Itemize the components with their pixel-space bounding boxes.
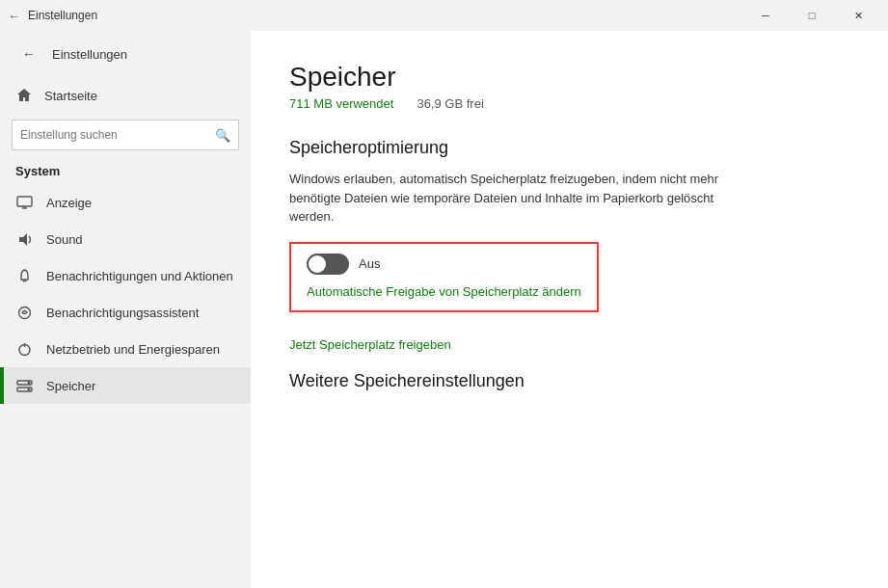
power-icon bbox=[15, 340, 33, 358]
minimize-button[interactable]: ─ bbox=[743, 0, 788, 31]
home-label: Startseite bbox=[44, 89, 97, 103]
benachrichtigungen-label: Benachrichtigungen und Aktionen bbox=[46, 269, 233, 283]
svg-point-10 bbox=[28, 382, 30, 384]
sidebar-item-benachrichtigungen[interactable]: Benachrichtigungen und Aktionen bbox=[0, 257, 251, 294]
titlebar-left: ← Einstellungen bbox=[8, 9, 97, 23]
free-label: 36,9 GB frei bbox=[417, 96, 483, 111]
toggle-row: Aus bbox=[307, 254, 581, 275]
maximize-button[interactable]: □ bbox=[790, 0, 834, 31]
titlebar-back-icon: ← bbox=[8, 9, 20, 23]
sidebar-item-anzeige[interactable]: Anzeige bbox=[0, 184, 251, 221]
speicher-label: Speicher bbox=[46, 379, 95, 393]
close-button[interactable]: ✕ bbox=[836, 0, 880, 31]
storage-stats: 711 MB verwendet 36,9 GB frei bbox=[289, 96, 849, 111]
svg-rect-0 bbox=[17, 197, 32, 206]
titlebar-title: Einstellungen bbox=[28, 9, 97, 22]
change-settings-link[interactable]: Automatische Freigabe von Speicherplatz … bbox=[307, 284, 581, 299]
home-icon bbox=[15, 87, 33, 104]
used-label: 711 MB verwendet bbox=[289, 96, 393, 111]
toggle-state-label: Aus bbox=[359, 256, 380, 271]
sidebar: ← Einstellungen Startseite 🔍 System bbox=[0, 31, 251, 588]
netzbetrieb-label: Netzbetrieb und Energiesparen bbox=[46, 342, 220, 357]
svg-point-5 bbox=[18, 307, 30, 318]
search-input[interactable] bbox=[20, 128, 215, 142]
search-icon: 🔍 bbox=[215, 128, 230, 143]
sound-label: Sound bbox=[46, 232, 83, 247]
storage-icon bbox=[15, 377, 33, 394]
storage-sense-toggle[interactable] bbox=[307, 254, 349, 275]
back-arrow-icon: ← bbox=[22, 46, 36, 62]
section-label-system: System bbox=[0, 160, 251, 184]
page-title: Speicher bbox=[289, 62, 849, 93]
sidebar-app-title: Einstellungen bbox=[52, 47, 127, 62]
toggle-section: Aus Automatische Freigabe von Speicherpl… bbox=[289, 242, 599, 312]
display-icon bbox=[15, 194, 33, 211]
main-content: Speicher 711 MB verwendet 36,9 GB frei S… bbox=[251, 31, 888, 588]
svg-point-11 bbox=[28, 388, 30, 390]
notifications-icon bbox=[15, 267, 33, 284]
sidebar-item-benachrichtigungsassistent[interactable]: Benachrichtigungsassistent bbox=[0, 294, 251, 331]
free-space-now-link[interactable]: Jetzt Speicherplatz freigeben bbox=[289, 337, 849, 352]
sidebar-item-speicher[interactable]: Speicher bbox=[0, 367, 251, 404]
benachrichtigungsassistent-label: Benachrichtigungsassistent bbox=[46, 306, 199, 320]
anzeige-label: Anzeige bbox=[46, 196, 92, 210]
sidebar-item-netzbetrieb[interactable]: Netzbetrieb und Energiesparen bbox=[0, 331, 251, 367]
sidebar-item-sound[interactable]: Sound bbox=[0, 221, 251, 257]
description-text: Windows erlauben, automatisch Speicherpl… bbox=[289, 170, 752, 227]
svg-marker-3 bbox=[19, 233, 27, 246]
back-button[interactable]: ← bbox=[15, 40, 42, 67]
sidebar-item-home[interactable]: Startseite bbox=[0, 77, 251, 114]
sound-icon bbox=[15, 230, 33, 248]
search-box[interactable]: 🔍 bbox=[12, 120, 239, 150]
section-title-1: Speicheroptimierung bbox=[289, 138, 849, 158]
titlebar-controls: ─ □ ✕ bbox=[743, 0, 880, 31]
section-title-2: Weitere Speichereinstellungen bbox=[289, 371, 849, 391]
sidebar-header: ← Einstellungen bbox=[0, 31, 251, 77]
titlebar: ← Einstellungen ─ □ ✕ bbox=[0, 0, 888, 31]
assistant-icon bbox=[15, 304, 33, 321]
app-container: ← Einstellungen Startseite 🔍 System bbox=[0, 31, 888, 588]
